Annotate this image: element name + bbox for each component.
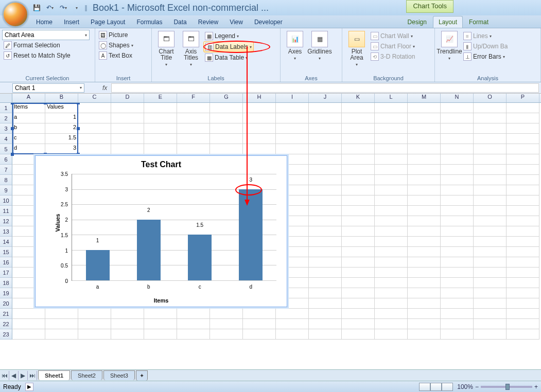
insert-sheet-button[interactable]: ✦ xyxy=(136,370,148,381)
cell[interactable]: Values xyxy=(45,103,78,113)
cell[interactable] xyxy=(243,103,276,113)
formula-bar[interactable] xyxy=(111,83,539,93)
cell[interactable] xyxy=(375,278,408,288)
cell[interactable] xyxy=(474,319,507,329)
cell[interactable] xyxy=(474,298,507,309)
cell[interactable] xyxy=(243,329,276,340)
row-header[interactable]: 19 xyxy=(0,288,12,298)
cell[interactable] xyxy=(12,329,45,340)
cell[interactable] xyxy=(342,134,375,144)
cell[interactable] xyxy=(111,319,144,329)
cell[interactable] xyxy=(441,175,474,185)
cell[interactable] xyxy=(12,319,45,329)
cell[interactable] xyxy=(375,329,408,340)
bar[interactable] xyxy=(188,235,212,280)
cell[interactable] xyxy=(474,278,507,288)
cell[interactable] xyxy=(507,134,539,144)
cell[interactable] xyxy=(210,103,243,113)
cell[interactable] xyxy=(408,185,441,195)
cell[interactable] xyxy=(375,257,408,268)
cell[interactable] xyxy=(309,165,342,175)
cell[interactable] xyxy=(342,247,375,257)
cell[interactable] xyxy=(375,226,408,237)
cell[interactable] xyxy=(45,309,78,319)
cell[interactable] xyxy=(441,247,474,257)
cell[interactable] xyxy=(375,247,408,257)
cell[interactable] xyxy=(441,165,474,175)
cell[interactable] xyxy=(408,298,441,309)
chart-title[interactable]: Test Chart xyxy=(36,160,287,169)
row-header[interactable]: 2 xyxy=(0,113,12,123)
cell[interactable] xyxy=(210,329,243,340)
trendline-button[interactable]: 📈Trendline▾ xyxy=(437,30,462,74)
cell[interactable] xyxy=(507,278,539,288)
cell[interactable] xyxy=(375,268,408,278)
cell[interactable] xyxy=(375,134,408,144)
sheet-tab-sheet2[interactable]: Sheet2 xyxy=(71,370,102,380)
zoom-slider-thumb[interactable] xyxy=(505,384,510,390)
cell[interactable] xyxy=(309,268,342,278)
cell[interactable]: a xyxy=(12,113,45,123)
tab-design[interactable]: Design xyxy=(403,16,432,28)
cell[interactable] xyxy=(342,185,375,195)
row-header[interactable]: 16 xyxy=(0,257,12,268)
y-axis[interactable]: 00.511.522.533.5 xyxy=(56,174,69,281)
cell[interactable] xyxy=(441,123,474,134)
cell[interactable] xyxy=(441,185,474,195)
cell[interactable] xyxy=(342,123,375,134)
cell[interactable] xyxy=(342,175,375,185)
cell[interactable] xyxy=(474,329,507,340)
cell[interactable]: 2 xyxy=(45,123,78,134)
cell[interactable] xyxy=(507,165,539,175)
cell[interactable] xyxy=(342,195,375,206)
cell[interactable] xyxy=(243,113,276,123)
cell[interactable] xyxy=(144,113,177,123)
cell[interactable] xyxy=(441,257,474,268)
row-header[interactable]: 20 xyxy=(0,298,12,309)
cell[interactable] xyxy=(507,185,539,195)
cell[interactable] xyxy=(441,144,474,154)
row-header[interactable]: 23 xyxy=(0,329,12,340)
cell[interactable]: 1 xyxy=(45,113,78,123)
fx-icon[interactable]: fx xyxy=(102,84,107,92)
name-box[interactable]: Chart 1▾ xyxy=(12,83,84,93)
cell[interactable] xyxy=(177,123,210,134)
cell[interactable] xyxy=(342,309,375,319)
cell[interactable] xyxy=(342,144,375,154)
cell[interactable] xyxy=(111,103,144,113)
column-header[interactable]: L xyxy=(375,94,408,102)
gridlines-button[interactable]: ▦Gridlines▾ xyxy=(307,30,332,74)
cell[interactable] xyxy=(408,123,441,134)
cell[interactable] xyxy=(375,103,408,113)
row-header[interactable]: 22 xyxy=(0,319,12,329)
cell[interactable] xyxy=(309,309,342,319)
data-label[interactable]: 2 xyxy=(147,207,150,213)
cell[interactable] xyxy=(375,185,408,195)
plot-area-button[interactable]: ▭Plot Area▾ xyxy=(344,30,369,74)
cell[interactable] xyxy=(177,319,210,329)
row-headers[interactable]: 1234567891011121314151617181920212223 xyxy=(0,103,12,340)
cell[interactable] xyxy=(474,257,507,268)
tab-home[interactable]: Home xyxy=(31,16,58,28)
cell[interactable] xyxy=(474,226,507,237)
cell[interactable] xyxy=(78,113,111,123)
cell[interactable] xyxy=(309,329,342,340)
cell[interactable] xyxy=(210,319,243,329)
cell[interactable] xyxy=(144,319,177,329)
column-header[interactable]: N xyxy=(441,94,474,102)
cell[interactable]: Items xyxy=(12,103,45,113)
axis-titles-button[interactable]: 🗔Axis Titles▾ xyxy=(179,30,203,74)
cell[interactable] xyxy=(408,165,441,175)
row-header[interactable]: 1 xyxy=(0,103,12,113)
cell[interactable] xyxy=(507,298,539,309)
axes-button[interactable]: 📊Axes▾ xyxy=(283,30,307,74)
cell[interactable] xyxy=(342,206,375,216)
cell[interactable] xyxy=(177,309,210,319)
cell[interactable] xyxy=(78,123,111,134)
x-axis-label[interactable]: Items xyxy=(36,297,287,304)
cell[interactable] xyxy=(375,195,408,206)
cell[interactable] xyxy=(309,195,342,206)
row-header[interactable]: 13 xyxy=(0,226,12,237)
cell[interactable] xyxy=(375,309,408,319)
row-header[interactable]: 21 xyxy=(0,309,12,319)
